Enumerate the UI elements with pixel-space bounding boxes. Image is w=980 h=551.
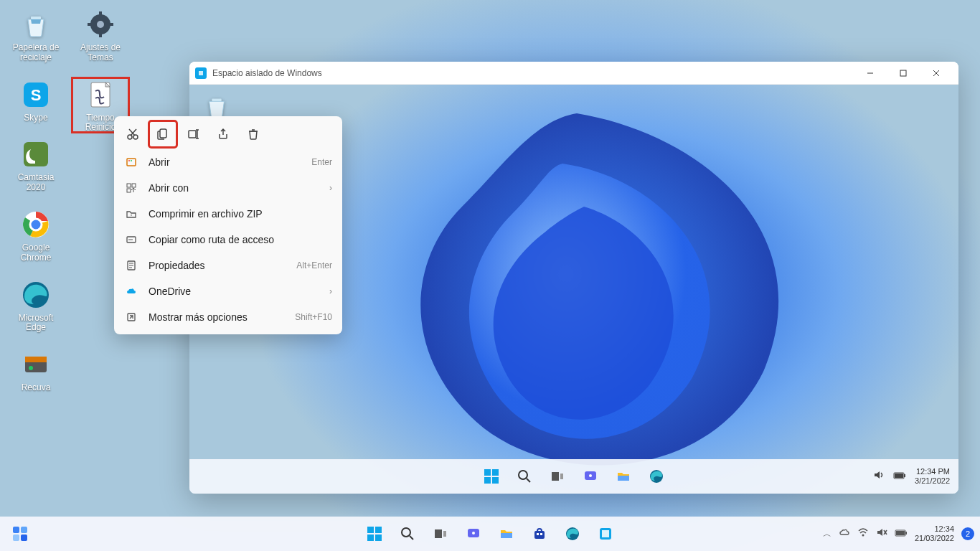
desktop-icon-camtasia[interactable]: Camtasia 2020: [7, 137, 65, 193]
svg-rect-16: [109, 23, 113, 26]
menu-item-propiedades[interactable]: Propiedades Alt+Enter: [114, 253, 342, 278]
sandbox-search-button[interactable]: [510, 462, 539, 491]
sandbox-taskbar-button[interactable]: [591, 519, 620, 548]
menu-item-label: Propiedades: [149, 260, 296, 271]
menu-item-abrir-con[interactable]: Abrir con ›: [114, 175, 342, 201]
tray-chevron-icon[interactable]: ︿: [823, 528, 831, 540]
camtasia-icon: [19, 137, 53, 171]
notification-badge[interactable]: 2: [961, 527, 974, 540]
close-button[interactable]: [920, 62, 953, 85]
sandbox-start-button[interactable]: [477, 462, 506, 491]
svg-rect-38: [904, 474, 905, 477]
desktop-icon-chrome[interactable]: Google Chrome: [7, 207, 65, 263]
chat-button[interactable]: [459, 519, 488, 548]
wifi-icon[interactable]: [857, 527, 869, 541]
svg-point-41: [133, 135, 138, 139]
menu-item-onedrive[interactable]: OneDrive ›: [114, 278, 342, 304]
chrome-icon: [19, 207, 53, 242]
menu-item-label: Copiar como ruta de acceso: [149, 234, 332, 245]
desktop-icon-edge[interactable]: Microsoft Edge: [7, 278, 65, 334]
desktop-icon-label: Papelera de reciclaje: [7, 43, 65, 63]
svg-rect-68: [13, 534, 19, 541]
svg-rect-51: [127, 159, 136, 166]
minimize-button[interactable]: [854, 62, 887, 85]
desktop-icon-ajustes-temas[interactable]: Ajustes de Temas: [72, 7, 129, 63]
window-titlebar[interactable]: Espacio aislado de Windows: [189, 62, 958, 85]
desktop-icon-label: Microsoft Edge: [7, 314, 65, 334]
chevron-right-icon: ›: [329, 286, 332, 296]
desktop-icon-label: Ajustes de Temas: [72, 43, 129, 63]
menu-item-accel: Shift+F10: [295, 312, 332, 322]
desktop-icon-recuva[interactable]: Recuva: [7, 347, 65, 393]
context-menu-toolbar: [114, 116, 342, 149]
sandbox-taskview-button[interactable]: [543, 462, 572, 491]
onedrive-tray-icon[interactable]: [839, 527, 850, 541]
desktop-icon-skype[interactable]: S Skype: [7, 77, 65, 123]
host-clock[interactable]: 12:34 21/03/2022: [915, 524, 954, 543]
sandbox-edge-button[interactable]: [642, 462, 671, 491]
cut-button[interactable]: [118, 121, 147, 148]
sandbox-app-icon: [195, 67, 207, 79]
rename-button[interactable]: [179, 121, 207, 148]
svg-rect-81: [534, 531, 545, 539]
menu-item-mostrar-mas[interactable]: Mostrar más opciones Shift+F10: [114, 304, 342, 330]
recycle-bin-icon: [19, 7, 53, 42]
svg-rect-32: [560, 474, 563, 479]
svg-rect-66: [13, 527, 19, 533]
onedrive-icon: [124, 284, 138, 298]
desktop-icon-label: Camtasia 2020: [7, 173, 65, 193]
svg-rect-31: [552, 472, 559, 481]
svg-rect-28: [492, 477, 499, 484]
properties-icon: [124, 258, 138, 273]
host-time: 12:34: [915, 524, 954, 534]
sandbox-taskbar: 12:34 PM 3/21/2022: [189, 459, 958, 494]
svg-rect-77: [443, 531, 446, 537]
host-taskbar: ︿ 12:34 21/03/2022 2: [0, 517, 980, 551]
battery-icon[interactable]: [895, 527, 908, 540]
svg-rect-72: [367, 534, 374, 541]
desktop-icon-label: Google Chrome: [7, 243, 65, 263]
svg-rect-56: [127, 189, 131, 192]
host-date: 21/03/2022: [915, 534, 954, 543]
svg-rect-70: [367, 527, 374, 533]
svg-point-12: [97, 21, 104, 28]
svg-rect-91: [905, 532, 907, 534]
svg-rect-80: [501, 533, 512, 538]
sandbox-date: 3/21/2022: [915, 476, 950, 486]
desktop-icon-recycle-bin[interactable]: Papelera de reciclaje: [7, 7, 65, 63]
sandbox-explorer-button[interactable]: [609, 462, 638, 491]
widgets-button[interactable]: [6, 519, 34, 548]
start-button[interactable]: [360, 519, 389, 548]
menu-item-accel: Enter: [311, 157, 332, 167]
volume-icon[interactable]: [876, 527, 887, 541]
copy-button[interactable]: [149, 121, 177, 148]
svg-rect-76: [435, 529, 442, 538]
search-button[interactable]: [393, 519, 422, 548]
menu-item-comprimir-zip[interactable]: Comprimir en archivo ZIP: [114, 201, 342, 227]
menu-item-label: Mostrar más opciones: [149, 311, 295, 323]
delete-button[interactable]: [239, 121, 268, 148]
desktop-icons-area: Papelera de reciclaje S Skype Camtasia 2…: [7, 7, 129, 393]
menu-item-abrir[interactable]: Abrir Enter: [114, 149, 342, 175]
battery-icon[interactable]: [893, 470, 906, 483]
maximize-button[interactable]: [887, 62, 920, 85]
desktop-icon-label: Recuva: [22, 383, 51, 393]
copy-path-icon: [124, 232, 138, 247]
svg-rect-39: [895, 474, 903, 478]
script-file-icon: [83, 77, 118, 112]
svg-line-75: [410, 536, 413, 540]
svg-rect-86: [602, 530, 609, 537]
share-button[interactable]: [209, 121, 237, 148]
sandbox-clock[interactable]: 12:34 PM 3/21/2022: [915, 467, 950, 486]
sandbox-chat-button[interactable]: [576, 462, 605, 491]
open-with-icon: [124, 181, 138, 195]
volume-icon[interactable]: [873, 469, 885, 484]
edge-button[interactable]: [558, 519, 587, 548]
svg-rect-0: [31, 17, 41, 19]
menu-item-copiar-ruta[interactable]: Copiar como ruta de acceso: [114, 227, 342, 253]
explorer-button[interactable]: [492, 519, 521, 548]
store-button[interactable]: [525, 519, 554, 548]
taskview-button[interactable]: [426, 519, 455, 548]
svg-point-34: [589, 474, 592, 477]
svg-rect-35: [618, 476, 629, 481]
